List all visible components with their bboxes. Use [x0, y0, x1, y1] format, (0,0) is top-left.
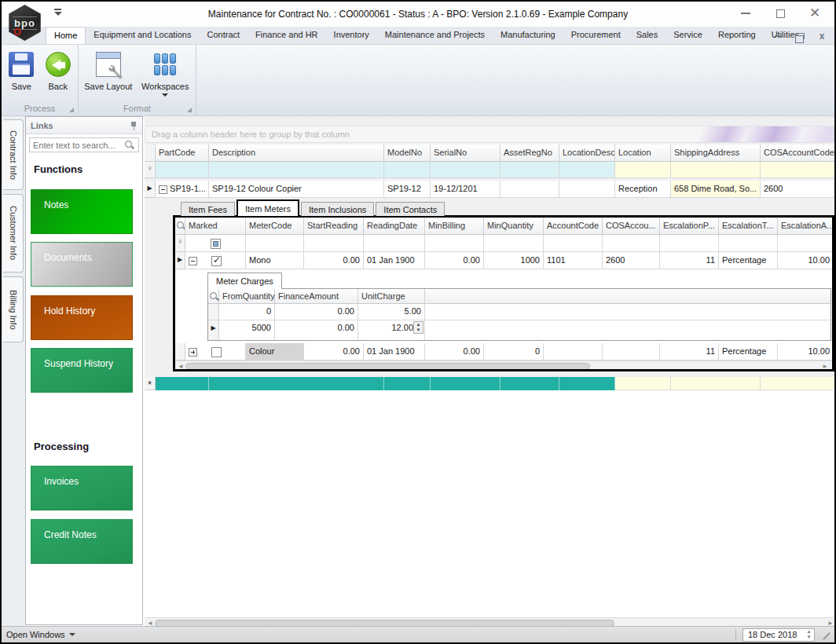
column-header-cosaccount[interactable]: COSAccou... — [603, 218, 660, 235]
column-header-marked[interactable]: Marked — [185, 218, 246, 235]
column-header-escalationa[interactable]: EscalationA... — [778, 218, 833, 235]
filter-cell-locationdesc[interactable] — [559, 162, 615, 178]
column-header-metercode[interactable]: MeterCode — [246, 218, 304, 235]
tab-item-fees[interactable]: Item Fees — [181, 202, 235, 216]
cell-cosaccountcode[interactable]: 2600 — [761, 181, 836, 198]
cell-metercode[interactable]: Mono — [246, 252, 304, 269]
ribbon-tab-inventory[interactable]: Inventory — [326, 27, 377, 44]
ribbon-tab-contract[interactable]: Contract — [200, 27, 248, 44]
cell-assetregno[interactable] — [500, 181, 559, 198]
workspaces-button[interactable]: Workspaces — [140, 48, 192, 101]
equipment-row-sp19-12[interactable]: SP19-1... SP19-12 Colour Copier SP19-12 … — [145, 181, 836, 198]
cell-escalationa[interactable]: 10.00 — [778, 252, 833, 269]
column-header-escalationt[interactable]: EscalationT... — [719, 218, 778, 235]
charge-row-1[interactable]: 0 0.00 5.00 — [208, 304, 830, 320]
ribbon-tab-service[interactable]: Service — [666, 27, 710, 44]
new-cell-serialno[interactable] — [431, 377, 500, 390]
save-button[interactable]: Save — [6, 48, 37, 101]
filter-cell-modelno[interactable] — [384, 162, 431, 178]
ribbon-tab-manufacturing[interactable]: Manufacturing — [493, 27, 563, 44]
group-by-bar[interactable]: Drag a column header here to group by th… — [145, 126, 836, 143]
tab-item-contacts[interactable]: Item Contacts — [376, 202, 445, 216]
marked-filter-checkbox[interactable] — [211, 239, 221, 249]
date-editor[interactable]: 18 Dec 2018 ▲▼ — [742, 628, 815, 642]
filter-cell-startreading[interactable] — [304, 235, 364, 252]
maximize-button[interactable] — [768, 5, 792, 22]
column-header-partcode[interactable]: PartCode — [156, 145, 209, 162]
notes-button[interactable]: Notes — [31, 189, 133, 234]
ribbon-tab-home[interactable]: Home — [46, 27, 86, 44]
cell-escalationt[interactable]: Percentage — [719, 252, 778, 269]
new-cell-cosaccountcode[interactable] — [761, 377, 836, 390]
scrollbar-thumb[interactable] — [185, 363, 590, 370]
filter-cell-partcode[interactable] — [156, 162, 209, 178]
process-dialog-launcher-icon[interactable] — [69, 108, 74, 112]
meters-horizontal-scrollbar[interactable]: ◄ ► — [175, 360, 832, 371]
new-cell-shippingaddress[interactable] — [671, 377, 761, 390]
charge-row-2[interactable]: 5000 0.00 ▲▼12.00 — [208, 320, 830, 340]
filter-cell-metercode[interactable] — [246, 235, 304, 252]
cell-escalationp[interactable]: 11 — [660, 252, 719, 269]
close-button[interactable]: ✕ — [803, 5, 827, 22]
cell-minbilling[interactable]: 0.00 — [425, 252, 484, 269]
column-header-accountcode[interactable]: AccountCode — [544, 218, 603, 235]
ribbon-tab-equipment-and-locations[interactable]: Equipment and Locations — [86, 27, 199, 44]
scroll-left-icon[interactable]: ◄ — [178, 363, 185, 370]
cell-marked[interactable] — [185, 343, 246, 360]
cell-escalationa[interactable]: 10.00 — [778, 343, 833, 360]
spin-up-icon[interactable]: ▲ — [414, 322, 423, 327]
side-tab-contract-info[interactable]: Contract Info — [3, 119, 24, 190]
child-minimize-button[interactable] — [772, 31, 784, 42]
filter-cell-escalationt[interactable] — [719, 235, 778, 252]
ribbon-tab-reporting[interactable]: Reporting — [710, 27, 764, 44]
column-header-serialno[interactable]: SerialNo — [431, 145, 500, 162]
column-header-minbilling[interactable]: MinBilling — [425, 218, 484, 235]
date-spin-buttons[interactable]: ▲▼ — [804, 629, 814, 641]
cell-fromquantity[interactable]: 0 — [219, 304, 275, 320]
filter-cell-minquantity[interactable] — [484, 235, 544, 252]
pin-icon[interactable] — [130, 121, 138, 130]
suspend-history-button[interactable]: Suspend History — [31, 348, 133, 393]
cell-description[interactable]: SP19-12 Colour Copier — [209, 181, 384, 198]
cell-fromquantity[interactable]: 5000 — [219, 320, 275, 340]
cell-cosaccount[interactable]: 2600 — [603, 252, 660, 269]
meter-row-colour[interactable]: Colour 0.00 01 Jan 1900 0.00 0 11 Percen… — [175, 343, 834, 360]
scroll-right-icon[interactable]: ► — [822, 363, 830, 370]
cell-accountcode[interactable] — [544, 343, 603, 360]
side-tab-billing-info[interactable]: Billing Info — [3, 276, 24, 342]
tab-meter-charges[interactable]: Meter Charges — [207, 273, 282, 289]
filter-cell-marked[interactable] — [185, 235, 246, 252]
column-header-financeamount[interactable]: FinanceAmount — [275, 289, 358, 304]
column-header-startreading[interactable]: StartReading — [304, 218, 364, 235]
new-cell-locationdesc[interactable] — [559, 377, 615, 390]
cell-escalationp[interactable]: 11 — [660, 343, 719, 360]
cell-financeamount[interactable]: 0.00 — [275, 304, 358, 320]
cell-minbilling[interactable]: 0.00 — [425, 343, 484, 360]
cell-readingdate[interactable]: 01 Jan 1900 — [364, 252, 425, 269]
column-header-description[interactable]: Description — [209, 145, 384, 162]
cell-modelno[interactable]: SP19-12 — [384, 181, 431, 198]
new-cell-description[interactable] — [209, 377, 384, 390]
new-cell-location[interactable] — [615, 377, 671, 390]
filter-cell-cosaccountcode[interactable] — [761, 162, 836, 178]
minimize-button[interactable] — [734, 5, 757, 22]
child-close-button[interactable]: x — [816, 31, 828, 42]
spin-down-icon[interactable]: ▼ — [414, 327, 423, 333]
child-restore-button[interactable] — [794, 31, 806, 42]
column-header-minquantity[interactable]: MinQuantity — [484, 218, 544, 235]
column-header-location[interactable]: Location — [615, 145, 671, 162]
column-header-modelno[interactable]: ModelNo — [384, 145, 431, 162]
ribbon-tab-finance-and-hr[interactable]: Finance and HR — [248, 27, 326, 44]
collapse-icon[interactable] — [159, 185, 167, 194]
new-cell-partcode[interactable] — [156, 377, 209, 390]
column-header-escalationp[interactable]: EscalationP... — [660, 218, 719, 235]
tab-item-meters[interactable]: Item Meters — [236, 199, 299, 216]
filter-cell-cosaccount[interactable] — [603, 235, 660, 252]
spin-up-icon[interactable]: ▲ — [804, 629, 814, 635]
cell-partcode[interactable]: SP19-1... — [156, 181, 209, 198]
cell-metercode[interactable]: Colour — [246, 343, 304, 360]
new-cell-assetregno[interactable] — [500, 377, 559, 390]
documents-button[interactable]: Documents — [31, 242, 133, 287]
save-layout-button[interactable]: Save Layout — [83, 48, 134, 101]
filter-cell-escalationa[interactable] — [778, 235, 833, 252]
